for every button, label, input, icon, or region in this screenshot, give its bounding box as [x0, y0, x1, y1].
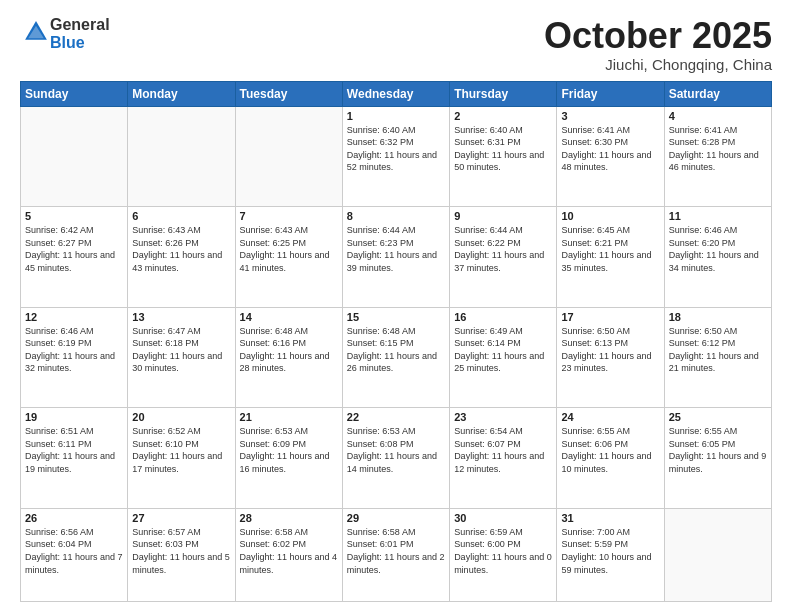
weekday-header-tuesday: Tuesday [235, 81, 342, 106]
day-number: 27 [132, 512, 230, 524]
calendar-cell [128, 106, 235, 207]
week-row-2: 5Sunrise: 6:42 AMSunset: 6:27 PMDaylight… [21, 207, 772, 308]
day-number: 14 [240, 311, 338, 323]
day-info: Sunrise: 6:59 AMSunset: 6:00 PMDaylight:… [454, 526, 552, 576]
day-number: 21 [240, 411, 338, 423]
day-number: 24 [561, 411, 659, 423]
day-number: 1 [347, 110, 445, 122]
day-number: 26 [25, 512, 123, 524]
weekday-header-saturday: Saturday [664, 81, 771, 106]
day-number: 4 [669, 110, 767, 122]
day-number: 19 [25, 411, 123, 423]
day-info: Sunrise: 6:42 AMSunset: 6:27 PMDaylight:… [25, 224, 123, 274]
day-number: 7 [240, 210, 338, 222]
day-info: Sunrise: 6:43 AMSunset: 6:25 PMDaylight:… [240, 224, 338, 274]
calendar-cell: 20Sunrise: 6:52 AMSunset: 6:10 PMDayligh… [128, 408, 235, 509]
calendar-cell: 18Sunrise: 6:50 AMSunset: 6:12 PMDayligh… [664, 307, 771, 408]
day-number: 22 [347, 411, 445, 423]
day-number: 5 [25, 210, 123, 222]
day-info: Sunrise: 6:52 AMSunset: 6:10 PMDaylight:… [132, 425, 230, 475]
day-info: Sunrise: 6:58 AMSunset: 6:02 PMDaylight:… [240, 526, 338, 576]
calendar-cell: 14Sunrise: 6:48 AMSunset: 6:16 PMDayligh… [235, 307, 342, 408]
day-number: 23 [454, 411, 552, 423]
day-info: Sunrise: 6:41 AMSunset: 6:28 PMDaylight:… [669, 124, 767, 174]
day-number: 31 [561, 512, 659, 524]
calendar-cell: 15Sunrise: 6:48 AMSunset: 6:15 PMDayligh… [342, 307, 449, 408]
day-info: Sunrise: 6:51 AMSunset: 6:11 PMDaylight:… [25, 425, 123, 475]
day-info: Sunrise: 6:49 AMSunset: 6:14 PMDaylight:… [454, 325, 552, 375]
day-info: Sunrise: 6:47 AMSunset: 6:18 PMDaylight:… [132, 325, 230, 375]
day-number: 9 [454, 210, 552, 222]
calendar-cell: 8Sunrise: 6:44 AMSunset: 6:23 PMDaylight… [342, 207, 449, 308]
day-number: 20 [132, 411, 230, 423]
day-number: 11 [669, 210, 767, 222]
day-info: Sunrise: 6:57 AMSunset: 6:03 PMDaylight:… [132, 526, 230, 576]
calendar-cell: 9Sunrise: 6:44 AMSunset: 6:22 PMDaylight… [450, 207, 557, 308]
day-number: 18 [669, 311, 767, 323]
day-info: Sunrise: 6:44 AMSunset: 6:23 PMDaylight:… [347, 224, 445, 274]
weekday-header-sunday: Sunday [21, 81, 128, 106]
week-row-3: 12Sunrise: 6:46 AMSunset: 6:19 PMDayligh… [21, 307, 772, 408]
day-number: 29 [347, 512, 445, 524]
calendar-cell: 17Sunrise: 6:50 AMSunset: 6:13 PMDayligh… [557, 307, 664, 408]
day-info: Sunrise: 6:53 AMSunset: 6:09 PMDaylight:… [240, 425, 338, 475]
day-info: Sunrise: 6:48 AMSunset: 6:15 PMDaylight:… [347, 325, 445, 375]
week-row-4: 19Sunrise: 6:51 AMSunset: 6:11 PMDayligh… [21, 408, 772, 509]
calendar-cell [664, 508, 771, 601]
logo-icon [22, 18, 50, 46]
calendar-cell: 16Sunrise: 6:49 AMSunset: 6:14 PMDayligh… [450, 307, 557, 408]
calendar-cell: 2Sunrise: 6:40 AMSunset: 6:31 PMDaylight… [450, 106, 557, 207]
day-info: Sunrise: 6:55 AMSunset: 6:06 PMDaylight:… [561, 425, 659, 475]
calendar-cell [235, 106, 342, 207]
day-number: 13 [132, 311, 230, 323]
day-info: Sunrise: 6:56 AMSunset: 6:04 PMDaylight:… [25, 526, 123, 576]
header: General Blue October 2025 Jiuchi, Chongq… [20, 16, 772, 73]
day-info: Sunrise: 6:55 AMSunset: 6:05 PMDaylight:… [669, 425, 767, 475]
calendar-cell: 26Sunrise: 6:56 AMSunset: 6:04 PMDayligh… [21, 508, 128, 601]
day-info: Sunrise: 6:40 AMSunset: 6:32 PMDaylight:… [347, 124, 445, 174]
weekday-header-wednesday: Wednesday [342, 81, 449, 106]
day-info: Sunrise: 6:44 AMSunset: 6:22 PMDaylight:… [454, 224, 552, 274]
calendar-cell: 24Sunrise: 6:55 AMSunset: 6:06 PMDayligh… [557, 408, 664, 509]
weekday-header-monday: Monday [128, 81, 235, 106]
calendar-cell: 21Sunrise: 6:53 AMSunset: 6:09 PMDayligh… [235, 408, 342, 509]
calendar-cell: 6Sunrise: 6:43 AMSunset: 6:26 PMDaylight… [128, 207, 235, 308]
day-number: 10 [561, 210, 659, 222]
weekday-header-row: SundayMondayTuesdayWednesdayThursdayFrid… [21, 81, 772, 106]
week-row-1: 1Sunrise: 6:40 AMSunset: 6:32 PMDaylight… [21, 106, 772, 207]
day-number: 2 [454, 110, 552, 122]
day-number: 16 [454, 311, 552, 323]
calendar-cell: 7Sunrise: 6:43 AMSunset: 6:25 PMDaylight… [235, 207, 342, 308]
calendar-cell: 3Sunrise: 6:41 AMSunset: 6:30 PMDaylight… [557, 106, 664, 207]
calendar-cell: 10Sunrise: 6:45 AMSunset: 6:21 PMDayligh… [557, 207, 664, 308]
day-info: Sunrise: 6:50 AMSunset: 6:13 PMDaylight:… [561, 325, 659, 375]
weekday-header-friday: Friday [557, 81, 664, 106]
calendar-cell: 1Sunrise: 6:40 AMSunset: 6:32 PMDaylight… [342, 106, 449, 207]
calendar-cell: 19Sunrise: 6:51 AMSunset: 6:11 PMDayligh… [21, 408, 128, 509]
day-number: 8 [347, 210, 445, 222]
calendar-table: SundayMondayTuesdayWednesdayThursdayFrid… [20, 81, 772, 602]
day-info: Sunrise: 6:41 AMSunset: 6:30 PMDaylight:… [561, 124, 659, 174]
logo-general: General [50, 16, 110, 34]
title-block: October 2025 Jiuchi, Chongqing, China [544, 16, 772, 73]
calendar-cell: 29Sunrise: 6:58 AMSunset: 6:01 PMDayligh… [342, 508, 449, 601]
calendar-cell: 30Sunrise: 6:59 AMSunset: 6:00 PMDayligh… [450, 508, 557, 601]
location: Jiuchi, Chongqing, China [544, 56, 772, 73]
day-info: Sunrise: 6:45 AMSunset: 6:21 PMDaylight:… [561, 224, 659, 274]
calendar-cell: 13Sunrise: 6:47 AMSunset: 6:18 PMDayligh… [128, 307, 235, 408]
calendar-cell: 27Sunrise: 6:57 AMSunset: 6:03 PMDayligh… [128, 508, 235, 601]
day-info: Sunrise: 6:58 AMSunset: 6:01 PMDaylight:… [347, 526, 445, 576]
day-info: Sunrise: 6:46 AMSunset: 6:20 PMDaylight:… [669, 224, 767, 274]
day-number: 15 [347, 311, 445, 323]
calendar-cell [21, 106, 128, 207]
calendar-cell: 31Sunrise: 7:00 AMSunset: 5:59 PMDayligh… [557, 508, 664, 601]
calendar-cell: 28Sunrise: 6:58 AMSunset: 6:02 PMDayligh… [235, 508, 342, 601]
day-number: 3 [561, 110, 659, 122]
day-info: Sunrise: 6:48 AMSunset: 6:16 PMDaylight:… [240, 325, 338, 375]
calendar-cell: 4Sunrise: 6:41 AMSunset: 6:28 PMDaylight… [664, 106, 771, 207]
day-number: 17 [561, 311, 659, 323]
page: General Blue October 2025 Jiuchi, Chongq… [0, 0, 792, 612]
calendar-cell: 11Sunrise: 6:46 AMSunset: 6:20 PMDayligh… [664, 207, 771, 308]
day-info: Sunrise: 7:00 AMSunset: 5:59 PMDaylight:… [561, 526, 659, 576]
day-info: Sunrise: 6:40 AMSunset: 6:31 PMDaylight:… [454, 124, 552, 174]
